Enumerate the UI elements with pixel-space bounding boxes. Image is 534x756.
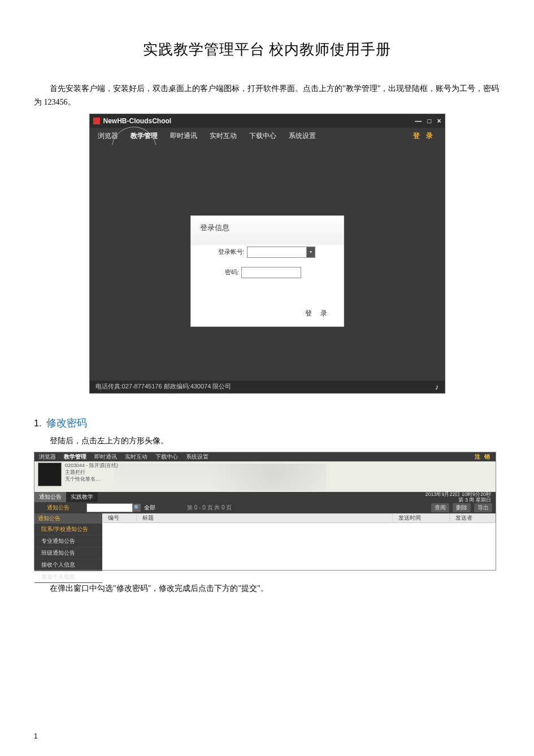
page-number: 1 — [34, 732, 38, 740]
logout-link[interactable]: 注 销 — [475, 453, 491, 461]
password-label: 密码: — [225, 268, 239, 277]
sidebar-item-school-notice[interactable]: 院系/学校通知公告 — [34, 524, 102, 535]
tab-practice-teaching[interactable]: 实践教学 — [66, 492, 98, 502]
banner-decorative-ink — [114, 464, 326, 491]
main-menubar-2: 浏览器 教学管理 即时通讯 实时互动 下载中心 系统设置 注 销 — [34, 452, 496, 461]
document-title: 实践教学管理平台 校内教师使用手册 — [34, 40, 500, 59]
menu-instant-messaging[interactable]: 即时通讯 — [170, 131, 197, 141]
user-id-line: 0203044 - 陈开源(在线) — [65, 463, 118, 469]
notice-sidebar: 通知公告 院系/学校通知公告 专业通知公告 班级通知公告 接收个人信息 发送个人… — [34, 513, 102, 570]
avatar[interactable] — [38, 463, 62, 486]
login-button[interactable]: 登 录 — [305, 309, 331, 318]
menu-realtime-interaction[interactable]: 实时互动 — [210, 131, 237, 141]
user-signature-line: 无个性化签名… — [65, 476, 118, 483]
toolbar-title: 通知公告 — [34, 504, 70, 512]
sidebar-item-class-notice[interactable]: 班级通知公告 — [34, 547, 102, 559]
col-send-time: 发送时间 — [393, 513, 450, 522]
statusbar-text: 电话传真:027-87745176 邮政编码:430074 限公司 — [95, 382, 232, 391]
login-panel-title: 登录信息 — [191, 216, 344, 233]
col-sender: 发送者 — [450, 513, 496, 522]
table-header-row: 编号 标题 发送时间 发送者 — [102, 513, 496, 523]
account-input[interactable] — [247, 247, 307, 258]
account-label: 登录帐号: — [218, 248, 245, 256]
col-id: 编号 — [102, 513, 137, 522]
view-button[interactable]: 查阅 — [431, 503, 449, 512]
window-titlebar: NewHB-CloudsChool — □ × — [90, 114, 445, 128]
notice-table: 编号 标题 发送时间 发送者 — [102, 513, 496, 570]
section-title: 修改密码 — [46, 417, 87, 429]
user-theme-line: 主题栏行 — [65, 469, 118, 476]
sidebar-item-sent-messages[interactable]: 发送个人信息 — [34, 571, 102, 583]
notice-toolbar: 通知公告 🔍 全部 第 0 - 0 页 共 0 页 查阅 删除 导出 — [34, 502, 496, 513]
user-banner: 0203044 - 陈开源(在线) 主题栏行 无个性化签名… — [34, 461, 496, 492]
search-icon[interactable]: 🔍 — [133, 504, 141, 512]
menu2-realtime-interaction[interactable]: 实时互动 — [125, 453, 147, 461]
section-1-paragraph-1: 登陆后，点击左上方的方形头像。 — [34, 434, 500, 448]
password-input[interactable] — [241, 267, 301, 278]
window-minimize-button[interactable]: — — [415, 117, 422, 125]
window-maximize-button[interactable]: □ — [427, 117, 431, 125]
section-number: 1. — [34, 418, 41, 429]
tab-notice[interactable]: 通知公告 — [34, 492, 66, 502]
screenshot-login-window: NewHB-CloudsChool — □ × 浏览器 教学管理 即时通讯 实时… — [89, 114, 445, 394]
screenshot-main-app: 浏览器 教学管理 即时通讯 实时互动 下载中心 系统设置 注 销 0203044… — [34, 452, 496, 571]
search-input[interactable] — [86, 503, 133, 512]
menu2-browser[interactable]: 浏览器 — [39, 453, 56, 461]
intro-paragraph: 首先安装客户端，安装好后，双击桌面上的客户端图标，打开软件界面。点击上方的"教学… — [34, 82, 500, 109]
menu2-system-settings[interactable]: 系统设置 — [186, 453, 209, 461]
statusbar: 电话传真:027-87745176 邮政编码:430074 限公司 ♪ — [90, 381, 445, 393]
delete-button[interactable]: 删除 — [453, 503, 471, 512]
menu2-download-center[interactable]: 下载中心 — [155, 453, 178, 461]
col-title: 标题 — [137, 513, 393, 522]
datetime-display: 2013年9月22日 10时9分20秒 第 3 周 星期日 — [425, 492, 491, 503]
login-panel: 登录信息 登录帐号: ▾ 密码: 登 录 — [190, 215, 344, 327]
top-login-link[interactable]: 登 录 — [413, 131, 435, 141]
music-note-icon[interactable]: ♪ — [435, 382, 439, 391]
menu-teaching-management[interactable]: 教学管理 — [131, 131, 158, 141]
filter-all[interactable]: 全部 — [144, 504, 155, 512]
export-button[interactable]: 导出 — [474, 503, 492, 512]
module-tabs: 通知公告 实践教学 2013年9月22日 10时9分20秒 第 3 周 星期日 — [34, 492, 496, 502]
sidebar-item-major-notice[interactable]: 专业通知公告 — [34, 535, 102, 547]
main-menubar: 浏览器 教学管理 即时通讯 实时互动 下载中心 系统设置 登 录 — [90, 128, 445, 145]
window-close-button[interactable]: × — [437, 117, 441, 125]
sidebar-item-received-messages[interactable]: 接收个人信息 — [34, 559, 102, 571]
menu-download-center[interactable]: 下载中心 — [249, 131, 276, 141]
window-title: NewHB-CloudsChool — [103, 117, 172, 125]
account-dropdown-icon[interactable]: ▾ — [307, 247, 315, 258]
sidebar-header: 通知公告 — [34, 513, 102, 524]
section-1-paragraph-2: 在弹出窗口中勾选"修改密码"，修改完成后点击下方的"提交"。 — [34, 582, 500, 595]
paging-text: 第 0 - 0 页 共 0 页 — [187, 504, 232, 512]
section-1-heading: 1. 修改密码 — [34, 416, 500, 430]
menu2-instant-messaging[interactable]: 即时通讯 — [94, 453, 117, 461]
app-logo-icon — [93, 118, 100, 124]
menu2-teaching-management[interactable]: 教学管理 — [64, 453, 86, 461]
menu-browser[interactable]: 浏览器 — [98, 131, 118, 141]
menu-system-settings[interactable]: 系统设置 — [289, 131, 316, 141]
